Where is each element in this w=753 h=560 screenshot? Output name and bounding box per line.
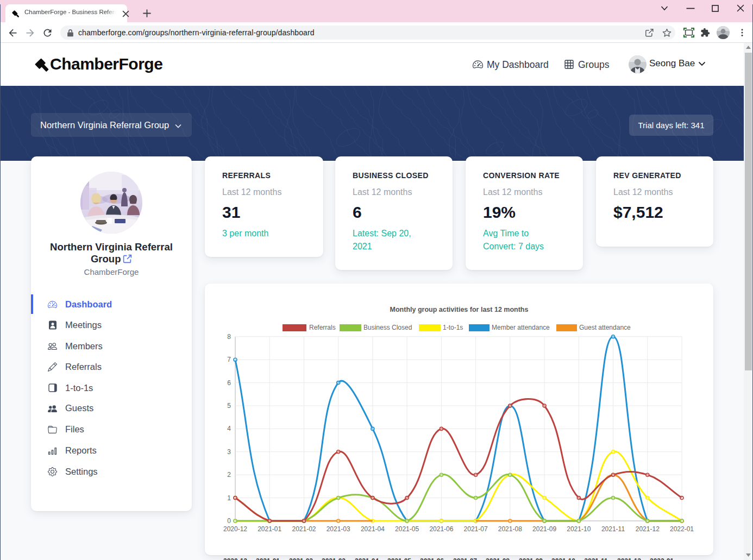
svg-text:2022-01: 2022-01: [670, 525, 694, 533]
svg-text:2021-10: 2021-10: [567, 525, 591, 533]
svg-text:2021-04: 2021-04: [361, 525, 385, 533]
svg-text:2021-01: 2021-01: [258, 525, 281, 533]
svg-text:2021-07: 2021-07: [464, 525, 488, 533]
svg-text:2: 2: [227, 471, 231, 479]
svg-text:2021-03: 2021-03: [327, 525, 350, 533]
svg-text:2021-02: 2021-02: [292, 525, 316, 533]
svg-text:1: 1: [227, 494, 231, 502]
svg-text:2021-05: 2021-05: [395, 525, 419, 533]
svg-text:2021-06: 2021-06: [429, 525, 453, 533]
svg-text:2021-09: 2021-09: [532, 525, 556, 533]
svg-text:5: 5: [227, 402, 231, 410]
svg-text:0: 0: [227, 517, 231, 525]
svg-text:2021-12: 2021-12: [636, 525, 660, 533]
svg-text:2020-12: 2020-12: [223, 525, 247, 533]
svg-text:3: 3: [227, 448, 231, 456]
svg-text:7: 7: [227, 356, 231, 363]
svg-text:6: 6: [227, 379, 231, 387]
svg-text:2021-11: 2021-11: [601, 525, 625, 533]
svg-text:2021-08: 2021-08: [498, 525, 522, 533]
svg-text:4: 4: [227, 425, 231, 432]
svg-text:8: 8: [227, 333, 231, 341]
